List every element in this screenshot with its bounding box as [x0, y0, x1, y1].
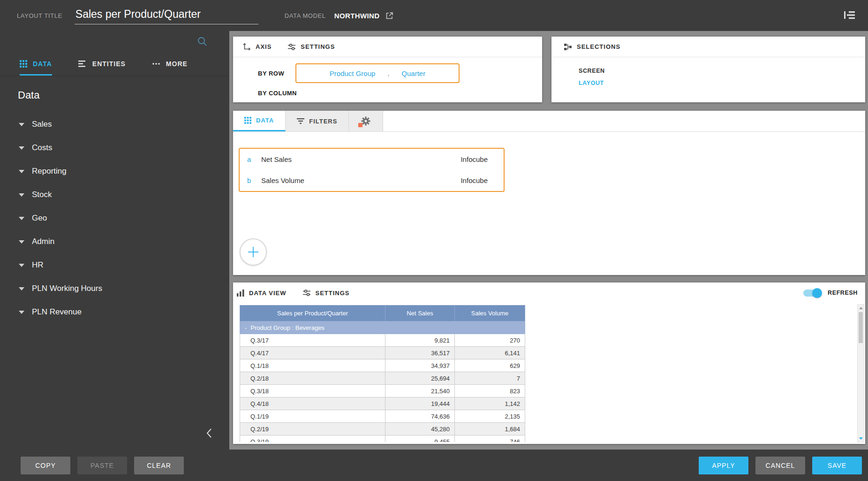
axis-title: AXIS: [256, 43, 272, 50]
cell-net-sales: 9,455: [385, 435, 455, 443]
selection-screen[interactable]: SCREEN: [579, 68, 865, 74]
cell-sales-volume: 1,684: [455, 423, 525, 435]
measure-row[interactable]: a Net Sales Infocube: [240, 149, 504, 170]
table-body: Q.3/17 9,821 270 Q.4/17 36,517 6,141 Q.1…: [240, 334, 525, 443]
scrollbar-thumb[interactable]: [859, 312, 863, 343]
group-row-label: Product Group : Beverages: [250, 324, 325, 331]
grid-icon: [244, 117, 251, 124]
sidebar-tabs: DATA ENTITIES MORE: [0, 52, 229, 76]
caret-down-icon: [19, 217, 24, 220]
cell-sales-volume: 823: [455, 385, 525, 397]
table-row: Q.1/18 34,937 629: [240, 359, 525, 372]
hierarchy-icon: [564, 43, 572, 51]
dataview-title: DATA VIEW: [249, 290, 287, 297]
caret-down-icon: [19, 240, 24, 244]
table-row: Q.4/17 36,517 6,141: [240, 347, 525, 359]
clipboard-actions: COPY PASTE CLEAR: [21, 457, 184, 474]
collapse-sidebar-icon[interactable]: [206, 428, 212, 438]
sidebar-item[interactable]: Admin: [0, 230, 229, 253]
cell-quarter: Q.2/19: [240, 423, 385, 435]
tab-measures-data[interactable]: DATA: [233, 111, 286, 131]
cell-quarter: Q.4/18: [240, 397, 385, 410]
sidebar-item-label: Sales: [32, 120, 52, 129]
notification-badge: [358, 123, 362, 127]
sidebar-item-label: PLN Working Hours: [32, 284, 102, 293]
sidebar-item[interactable]: Costs: [0, 136, 229, 160]
apply-button[interactable]: APPLY: [699, 457, 748, 474]
cell-quarter: Q.2/18: [240, 372, 385, 385]
scroll-up-icon[interactable]: [858, 305, 864, 312]
table-row: Q.4/18 19,444 1,142: [240, 397, 525, 410]
sliders-icon: [302, 289, 311, 297]
field-separator: ,: [387, 69, 389, 77]
row-field-product-group[interactable]: Product Group: [330, 69, 376, 77]
gear-icon: [361, 116, 370, 126]
measure-key: a: [247, 155, 261, 163]
by-column-label: BY COLUMN: [258, 90, 542, 97]
vertical-scrollbar[interactable]: [857, 304, 864, 443]
grid-icon: [20, 60, 27, 68]
axis-icon: [242, 43, 251, 51]
caret-down-icon: [19, 193, 24, 197]
dataview-settings-tab[interactable]: SETTINGS: [302, 289, 350, 297]
collapse-group-icon[interactable]: -: [245, 324, 247, 331]
sidebar-item[interactable]: HR: [0, 253, 229, 277]
selection-layout[interactable]: LAYOUT: [579, 80, 865, 86]
tab-entities[interactable]: ENTITIES: [78, 52, 126, 76]
table-row: Q.3/18 21,540 823: [240, 385, 525, 397]
refresh-toggle[interactable]: [803, 290, 821, 297]
external-link-icon[interactable]: [385, 12, 393, 20]
outline-list-icon[interactable]: [844, 10, 856, 21]
sidebar-item[interactable]: Reporting: [0, 160, 229, 183]
selections-panel: SELECTIONS SCREEN LAYOUT: [551, 37, 865, 102]
cell-sales-volume: 2,135: [455, 410, 525, 423]
sidebar-item-label: Reporting: [32, 167, 67, 176]
axis-settings-label: SETTINGS: [301, 43, 335, 50]
layout-title-input[interactable]: [75, 7, 258, 24]
tab-data-label: DATA: [33, 60, 52, 68]
axis-panel: AXIS SETTINGS BY ROW Product Group , Qua…: [233, 37, 542, 102]
caret-down-icon: [19, 170, 24, 173]
by-row-label: BY ROW: [258, 70, 295, 77]
clear-button[interactable]: CLEAR: [134, 457, 184, 474]
data-table-wrap: Sales per Product/Quarter Net Sales Sale…: [240, 305, 528, 442]
axis-settings-tab[interactable]: SETTINGS: [287, 43, 335, 51]
sidebar-item[interactable]: Stock: [0, 183, 229, 206]
sidebar-item[interactable]: Sales: [0, 113, 229, 136]
search-icon[interactable]: [196, 36, 208, 52]
measure-list-box: a Net Sales Infocube b Sales Volume Info…: [239, 148, 505, 192]
measures-tab-bar: DATA FILTERS: [233, 111, 865, 132]
tab-more[interactable]: MORE: [152, 52, 188, 76]
tab-data[interactable]: DATA: [20, 52, 52, 76]
copy-button[interactable]: COPY: [21, 457, 70, 474]
cancel-button[interactable]: CANCEL: [755, 457, 805, 474]
selections-title: SELECTIONS: [577, 43, 620, 50]
selections-panel-header: SELECTIONS: [551, 37, 865, 57]
cell-net-sales: 45,280: [385, 423, 455, 435]
measure-key: b: [247, 176, 261, 184]
row-fields-box[interactable]: Product Group , Quarter: [295, 63, 460, 83]
axis-tab[interactable]: AXIS: [242, 43, 272, 51]
cell-net-sales: 34,937: [385, 359, 455, 372]
bar-chart-icon: [237, 290, 244, 297]
paste-button[interactable]: PASTE: [77, 457, 127, 474]
dataview-tab[interactable]: DATA VIEW: [237, 290, 287, 297]
sidebar-item[interactable]: PLN Revenue: [0, 300, 229, 324]
sidebar-item-label: PLN Revenue: [32, 307, 82, 317]
cell-net-sales: 74,636: [385, 410, 455, 423]
add-measure-button[interactable]: [240, 238, 267, 266]
sidebar-item[interactable]: Geo: [0, 206, 229, 230]
sidebar-item-label: Stock: [32, 190, 52, 199]
sidebar-item[interactable]: PLN Working Hours: [0, 277, 229, 300]
measure-source: Infocube: [460, 155, 488, 163]
selections-tab[interactable]: SELECTIONS: [564, 43, 620, 51]
row-field-quarter[interactable]: Quarter: [401, 69, 425, 77]
measure-row[interactable]: b Sales Volume Infocube: [240, 170, 504, 191]
cell-net-sales: 36,517: [385, 347, 455, 359]
scroll-down-icon[interactable]: [858, 435, 864, 442]
tab-advanced-settings[interactable]: [349, 111, 383, 131]
axis-panel-header: AXIS SETTINGS: [233, 37, 542, 57]
tab-filters[interactable]: FILTERS: [286, 111, 349, 131]
cell-quarter: Q.1/19: [240, 410, 385, 423]
save-button[interactable]: SAVE: [812, 457, 862, 474]
